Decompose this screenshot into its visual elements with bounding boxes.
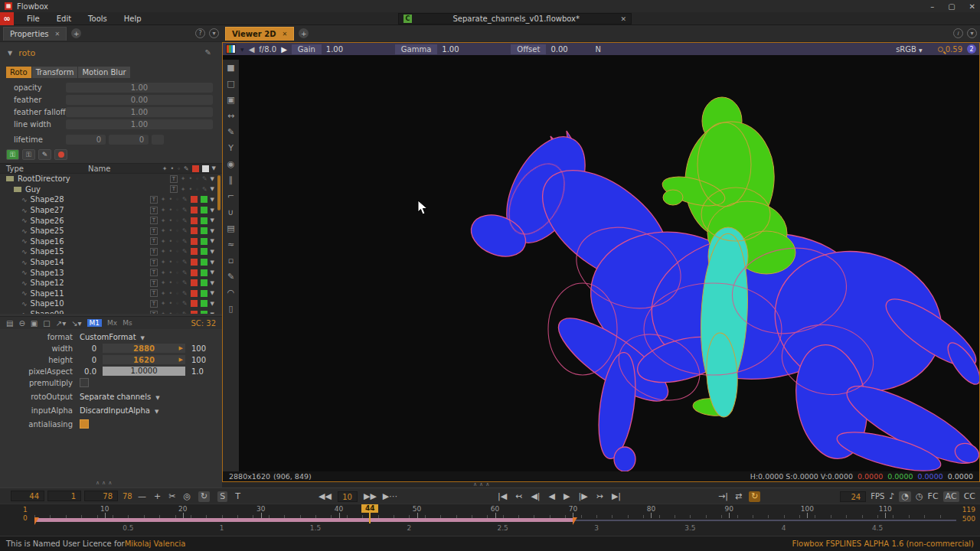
chevron-down-icon[interactable]: ▼ — [212, 165, 216, 171]
shape-color-swatch[interactable] — [191, 217, 198, 224]
shape-color-swatch[interactable] — [191, 279, 198, 286]
shape-matte-swatch[interactable] — [201, 207, 207, 214]
copy-icon[interactable]: ▣ — [31, 319, 38, 328]
playhead-line[interactable] — [369, 511, 371, 523]
step-forward-icon[interactable]: |▶ — [579, 491, 588, 501]
roto-output-dropdown[interactable]: Separate channels▼ — [80, 393, 160, 401]
table-row[interactable]: ∿Shape13T✦•◦✎▼ — [0, 267, 222, 278]
panel-menu-icon[interactable]: ▾ — [967, 28, 977, 38]
shape-color-swatch[interactable] — [191, 196, 198, 203]
table-row[interactable]: ∿Shape16T✦•◦✎▼ — [0, 236, 222, 247]
transform-toggle[interactable]: T — [150, 217, 158, 224]
table-row[interactable]: ∿Shape12T✦•◦✎▼ — [0, 278, 222, 289]
node-header[interactable]: ▼ roto — [8, 48, 35, 58]
param-field[interactable]: 1.00 — [66, 119, 213, 129]
n-toggle[interactable]: N — [595, 45, 600, 54]
shape-matte-swatch[interactable] — [201, 248, 207, 255]
table-row[interactable]: ∿Shape26T✦•◦✎▼ — [0, 215, 222, 226]
transform-icon[interactable]: ↔ — [223, 108, 239, 124]
add-tab-button[interactable]: + — [299, 28, 309, 38]
jump-back-icon[interactable]: ◀◀ — [318, 491, 332, 501]
rect-select-icon[interactable]: □ — [223, 76, 239, 92]
transform-toggle[interactable]: T — [150, 311, 158, 314]
clock-icon[interactable]: ◔ — [899, 491, 911, 502]
shape-rect-icon[interactable]: ▣ — [223, 92, 239, 108]
shape-color-swatch[interactable] — [191, 207, 198, 214]
chevron-down-icon[interactable]: ▼ — [211, 207, 214, 214]
shape-matte-swatch[interactable] — [201, 311, 207, 314]
paste-icon[interactable]: □ — [43, 319, 50, 328]
tab-close-icon[interactable]: ✕ — [282, 31, 287, 37]
play-icon[interactable]: ▶ — [564, 491, 570, 501]
menu-tools[interactable]: Tools — [81, 13, 114, 24]
tab-properties[interactable]: Properties ✕ — [3, 27, 67, 41]
pixel-aspect-field[interactable]: 1.0000 — [103, 367, 185, 376]
shape-matte-swatch[interactable] — [201, 279, 207, 286]
keyframe-icon[interactable]: ✦ — [162, 165, 168, 172]
range-out-field[interactable]: 78 — [84, 491, 118, 501]
zoom-indicator[interactable]: 0.59 — [938, 45, 962, 54]
table-row[interactable]: GuyT✦•◦✎▼ — [0, 184, 222, 195]
shape-matte-swatch[interactable] — [201, 300, 207, 307]
shape-matte-swatch[interactable] — [201, 290, 207, 297]
chevron-down-icon[interactable]: ▼ — [240, 47, 244, 52]
dot-icon[interactable]: • — [170, 165, 174, 172]
eye-icon[interactable]: ◉ — [223, 156, 239, 172]
matte-channel-swatch[interactable] — [202, 165, 209, 172]
ms-toggle[interactable]: Ms — [122, 319, 132, 327]
hook-tool-icon[interactable]: ⌐ — [223, 188, 239, 204]
gain-value[interactable]: 1.00 — [326, 45, 366, 54]
import-icon[interactable]: ↘▾ — [71, 319, 81, 328]
shape-color-swatch[interactable] — [191, 290, 198, 297]
flatten-icon[interactable]: — — [138, 491, 146, 501]
box-icon[interactable]: ▯ — [223, 301, 239, 317]
transform-toggle[interactable]: T — [150, 279, 158, 287]
table-row[interactable]: ∿Shape15T✦•◦✎▼ — [0, 246, 222, 257]
panel-splitter[interactable]: ∧∧∧ — [473, 481, 492, 487]
viewer-badge[interactable]: 2 — [967, 44, 976, 54]
next-keyframe-icon[interactable]: ↣ — [596, 491, 603, 501]
goto-end-icon[interactable]: ▶| — [612, 491, 621, 501]
table-row[interactable]: ∿Shape28T✦•◦✎▼ — [0, 194, 222, 205]
brush-swatch-icon[interactable]: ■ — [223, 60, 239, 76]
aperture-next-icon[interactable]: ▶ — [281, 45, 287, 54]
tab-transform[interactable]: Transform — [32, 67, 78, 78]
export-icon[interactable]: ↗▾ — [56, 319, 66, 328]
chevron-down-icon[interactable]: ▼ — [211, 290, 214, 296]
aperture-value[interactable]: f/8.0 — [259, 45, 276, 54]
menu-file[interactable]: File — [20, 13, 47, 24]
range-marker-flag[interactable] — [34, 517, 39, 525]
chevron-down-icon[interactable]: ▼ — [211, 217, 214, 223]
table-row[interactable]: ∿Shape10T✦•◦✎▼ — [0, 298, 222, 309]
table-row[interactable]: RootDirectoryT✦•◦✎▼ — [0, 174, 222, 184]
fc-label[interactable]: FC — [928, 491, 939, 501]
lifetime-extra-field[interactable] — [152, 135, 164, 145]
shape-matte-swatch[interactable] — [201, 259, 207, 266]
close-button[interactable]: ✕ — [969, 2, 975, 11]
aperture-prev-icon[interactable]: ◀ — [249, 45, 255, 54]
menu-edit[interactable]: Edit — [50, 13, 78, 24]
play-reverse-icon[interactable]: ◀ — [549, 491, 555, 501]
help-icon[interactable]: ? — [195, 28, 205, 38]
shape-color-swatch[interactable] — [191, 238, 198, 245]
shape-color-swatch[interactable] — [191, 259, 198, 266]
shape-matte-swatch[interactable] — [201, 238, 207, 245]
chevron-down-icon[interactable]: ▼ — [211, 176, 214, 182]
copy-stack-icon[interactable]: ▤ — [223, 220, 239, 236]
table-row[interactable]: ∿Shape25T✦•◦✎▼ — [0, 226, 222, 236]
table-row[interactable]: ∿Shape09T✦•◦✎▼ — [0, 309, 222, 314]
document-tab[interactable]: C Separate_channels_v01.flowbox* ✕ — [398, 13, 632, 24]
goto-start-icon[interactable]: |◀ — [498, 491, 507, 501]
shape-color-swatch[interactable] — [191, 248, 198, 255]
transform-toggle[interactable]: T — [150, 196, 158, 204]
panel-menu-icon[interactable]: ▾ — [209, 28, 219, 38]
table-row[interactable]: ∿Shape27T✦•◦✎▼ — [0, 205, 222, 216]
chevron-down-icon[interactable]: ▼ — [211, 269, 214, 276]
step-back-icon[interactable]: ◀| — [531, 491, 540, 501]
chevron-down-icon[interactable]: ▼ — [211, 301, 214, 307]
shape-color-swatch[interactable] — [191, 269, 198, 276]
tab-roto[interactable]: Roto — [6, 67, 31, 78]
lifetime-start-field[interactable]: 0 — [66, 135, 106, 145]
shape-color-swatch[interactable] — [191, 227, 198, 234]
chevron-down-icon[interactable]: ▼ — [211, 249, 214, 255]
